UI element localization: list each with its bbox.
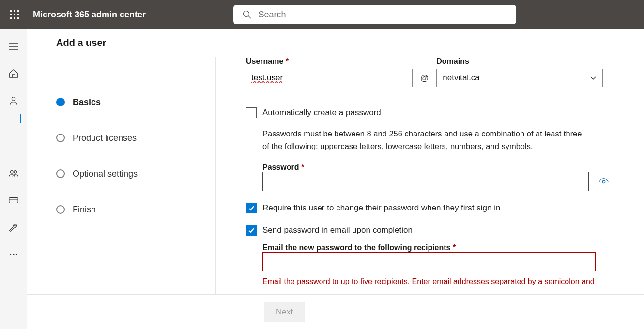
username-input[interactable] [246, 69, 413, 87]
nav-toggle-button[interactable] [8, 41, 19, 52]
username-field: Username * [246, 57, 413, 87]
add-user-panel: Add a user Basics Product licenses Optio… [27, 29, 644, 329]
wizard-step-basics[interactable]: Basics [56, 84, 206, 120]
chevron-down-icon [590, 75, 597, 81]
password-input[interactable] [262, 172, 589, 191]
domains-label: Domains [436, 57, 603, 66]
panel-footer: Next [27, 294, 644, 329]
svg-rect-17 [9, 198, 17, 203]
step-indicator-icon [56, 169, 65, 178]
email-recipients-input[interactable] [262, 252, 596, 271]
panel-header: Add a user [27, 29, 644, 57]
svg-point-8 [17, 17, 19, 19]
billing-icon[interactable] [8, 194, 19, 206]
domain-selected-value: netvital.ca [443, 73, 480, 83]
wizard-step-product-licenses[interactable]: Product licenses [56, 120, 206, 156]
step-indicator-icon [56, 134, 65, 142]
home-icon[interactable] [8, 68, 19, 79]
wizard-nav: Basics Product licenses Optional setting… [27, 57, 216, 294]
password-label: Password * [262, 163, 304, 171]
waffle-icon [10, 10, 19, 19]
username-label: Username * [246, 57, 413, 66]
send-password-email-checkbox[interactable]: Send password in email upon completion [246, 225, 615, 236]
svg-point-4 [14, 14, 15, 15]
wizard-step-finish[interactable]: Finish [56, 192, 206, 227]
checkbox-icon [246, 203, 257, 213]
svg-point-22 [602, 180, 605, 183]
step-indicator-icon [56, 205, 65, 214]
search-box-wrap [233, 5, 516, 24]
panel-title: Add a user [56, 37, 106, 48]
app-launcher-button[interactable] [0, 10, 29, 19]
checkbox-icon [246, 225, 257, 236]
svg-point-16 [14, 171, 16, 174]
password-help-text: Passwords must be between 8 and 256 char… [262, 128, 582, 152]
group-icon[interactable] [8, 167, 19, 179]
email-recipients-error: Email the password to up to five recipie… [262, 277, 601, 286]
svg-point-14 [12, 97, 15, 101]
svg-point-21 [15, 254, 17, 255]
step-label: Optional settings [73, 169, 138, 179]
svg-point-15 [10, 171, 13, 174]
svg-point-0 [10, 10, 12, 12]
domain-dropdown[interactable]: netvital.ca [436, 69, 603, 87]
top-bar: Microsoft 365 admin center [0, 0, 644, 29]
next-button[interactable]: Next [264, 302, 305, 322]
required-mark: * [453, 243, 456, 252]
at-symbol: @ [420, 74, 429, 87]
domains-field: Domains netvital.ca [436, 57, 603, 87]
step-indicator-icon [56, 98, 65, 106]
svg-line-10 [248, 16, 251, 19]
more-icon[interactable] [8, 249, 19, 260]
require-password-change-checkbox[interactable]: Require this user to change their passwo… [246, 203, 615, 213]
svg-point-1 [14, 10, 15, 12]
step-label: Product licenses [73, 133, 137, 143]
send-password-email-label: Send password in email upon completion [262, 225, 413, 235]
svg-point-5 [17, 14, 19, 15]
email-recipients-label: Email the new password to the following … [262, 243, 456, 252]
auto-create-password-label: Automatically create a password [262, 108, 381, 118]
setup-icon[interactable] [8, 222, 19, 233]
auto-create-password-checkbox[interactable]: Automatically create a password [246, 107, 615, 118]
app-title: Microsoft 365 admin center [33, 10, 146, 20]
password-field: Password * [262, 163, 615, 191]
svg-point-20 [13, 254, 14, 255]
eye-icon [598, 176, 609, 186]
svg-point-7 [14, 17, 15, 19]
svg-point-9 [243, 11, 249, 17]
user-basics-form: Username * @ Domains netvital.ca Automat… [216, 57, 644, 294]
require-password-change-label: Require this user to change their passwo… [262, 203, 500, 213]
search-input[interactable] [233, 5, 516, 24]
left-nav-rail [0, 29, 27, 329]
svg-point-3 [10, 14, 12, 15]
wizard-step-list: Basics Product licenses Optional setting… [56, 84, 206, 227]
email-recipients-field: Email the new password to the following … [262, 243, 615, 286]
search-icon [242, 10, 252, 19]
required-mark: * [301, 163, 304, 171]
checkbox-icon [246, 107, 257, 118]
wizard-step-optional-settings[interactable]: Optional settings [56, 156, 206, 192]
step-label: Basics [73, 97, 101, 107]
svg-point-6 [10, 17, 12, 19]
user-icon[interactable] [8, 95, 19, 106]
reveal-password-button[interactable] [598, 176, 609, 186]
required-mark: * [286, 57, 289, 65]
svg-point-19 [10, 254, 11, 255]
svg-point-2 [17, 10, 19, 12]
step-label: Finish [73, 205, 96, 215]
rail-selection-indicator [20, 114, 21, 123]
